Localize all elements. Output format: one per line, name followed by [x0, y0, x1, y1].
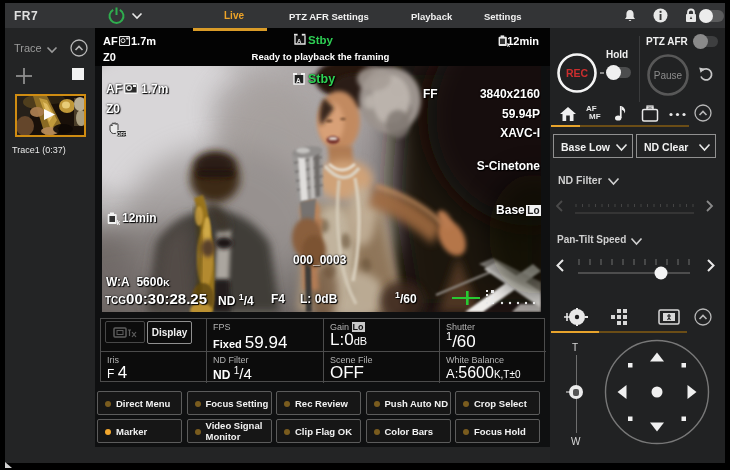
svg-text:OFF: OFF: [117, 132, 126, 137]
svg-text:A: A: [296, 77, 301, 84]
svg-text:A: A: [297, 38, 302, 44]
svg-text:k: k: [116, 219, 120, 226]
svg-text:REC: REC: [566, 67, 589, 79]
svg-text:Pause: Pause: [654, 70, 683, 81]
